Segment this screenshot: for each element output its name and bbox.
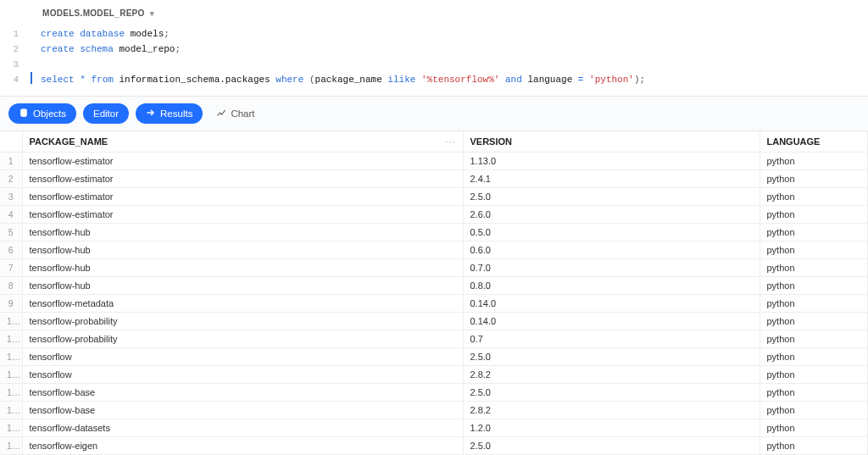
column-header-package-name[interactable]: PACKAGE_NAME ··· (22, 131, 463, 152)
results-table-wrap[interactable]: PACKAGE_NAME ··· VERSION LANGUAGE 1tenso… (0, 131, 868, 455)
row-number: 6 (0, 241, 22, 258)
row-number: 2 (0, 169, 22, 187)
cell-version: 0.14.0 (463, 312, 760, 330)
table-row[interactable]: 1tensorflow-estimator1.13.0python (0, 152, 868, 169)
column-header-version[interactable]: VERSION (463, 131, 760, 152)
table-row[interactable]: 16tensorflow-datasets1.2.0python (0, 419, 868, 436)
cell-package-name: tensorflow-estimator (22, 205, 463, 223)
row-number: 4 (0, 205, 22, 223)
table-row[interactable]: 2tensorflow-estimator2.4.1python (0, 169, 868, 187)
row-number: 5 (0, 223, 22, 241)
cell-version: 2.5.0 (463, 383, 760, 401)
table-row[interactable]: 9tensorflow-metadata0.14.0python (0, 294, 868, 312)
line-number: 1 (0, 26, 19, 42)
cell-package-name: tensorflow-eigen (22, 436, 463, 454)
cell-package-name: tensorflow-probability (22, 330, 463, 347)
cell-package-name: tensorflow-datasets (22, 419, 463, 436)
table-row[interactable]: 5tensorflow-hub0.5.0python (0, 223, 868, 241)
table-row[interactable]: 6tensorflow-hub0.6.0python (0, 241, 868, 258)
cell-package-name: tensorflow-estimator (22, 152, 463, 169)
cell-package-name: tensorflow-metadata (22, 294, 463, 312)
cell-language: python (760, 312, 868, 330)
cell-language: python (760, 205, 868, 223)
line-number: 4 (0, 72, 19, 87)
cell-package-name: tensorflow (22, 365, 463, 383)
row-number-header (0, 131, 22, 152)
cell-version: 2.6.0 (463, 205, 760, 223)
row-number: 17 (0, 436, 22, 454)
table-row[interactable]: 13tensorflow2.8.2python (0, 365, 868, 383)
cell-package-name: tensorflow-hub (22, 276, 463, 294)
row-number: 16 (0, 419, 22, 436)
row-number: 10 (0, 312, 22, 330)
row-number: 12 (0, 347, 22, 365)
chart-button[interactable]: Chart (209, 103, 261, 124)
column-label: VERSION (470, 136, 513, 147)
line-gutter: 1 2 3 4 (0, 26, 25, 87)
column-menu-icon[interactable]: ··· (445, 136, 455, 147)
cell-version: 1.2.0 (463, 419, 760, 436)
cell-version: 0.8.0 (463, 276, 760, 294)
cell-language: python (760, 152, 868, 169)
cell-version: 0.5.0 (463, 223, 760, 241)
cell-package-name: tensorflow-estimator (22, 187, 463, 205)
cell-version: 2.5.0 (463, 187, 760, 205)
cell-version: 2.5.0 (463, 436, 760, 454)
cell-language: python (760, 419, 868, 436)
cell-version: 0.7 (463, 330, 760, 347)
editor-button[interactable]: Editor (83, 103, 129, 124)
cell-version: 0.6.0 (463, 241, 760, 258)
cell-language: python (760, 187, 868, 205)
sql-editor[interactable]: 1 2 3 4 create database models; create s… (0, 25, 868, 96)
table-row[interactable]: 10tensorflow-probability0.14.0python (0, 312, 868, 330)
objects-label: Objects (33, 108, 66, 119)
table-row[interactable]: 17tensorflow-eigen2.5.0python (0, 436, 868, 454)
row-number: 7 (0, 258, 22, 276)
table-row[interactable]: 8tensorflow-hub0.8.0python (0, 276, 868, 294)
cell-version: 1.13.0 (463, 152, 760, 169)
cell-version: 2.8.2 (463, 365, 760, 383)
table-row[interactable]: 4tensorflow-estimator2.6.0python (0, 205, 868, 223)
results-label: Results (160, 108, 192, 119)
cell-package-name: tensorflow-hub (22, 223, 463, 241)
table-row[interactable]: 3tensorflow-estimator2.5.0python (0, 187, 868, 205)
row-number: 3 (0, 187, 22, 205)
table-row[interactable]: 15tensorflow-base2.8.2python (0, 401, 868, 419)
chevron-down-icon: ▾ (150, 9, 154, 18)
cell-language: python (760, 383, 868, 401)
table-row[interactable]: 14tensorflow-base2.5.0python (0, 383, 868, 401)
row-number: 9 (0, 294, 22, 312)
cell-language: python (760, 223, 868, 241)
editor-label: Editor (93, 108, 119, 119)
cell-package-name: tensorflow (22, 347, 463, 365)
row-number: 15 (0, 401, 22, 419)
row-number: 11 (0, 330, 22, 347)
row-number: 1 (0, 152, 22, 169)
table-row[interactable]: 7tensorflow-hub0.7.0python (0, 258, 868, 276)
results-button[interactable]: Results (136, 103, 203, 124)
cell-language: python (760, 365, 868, 383)
line-number: 3 (0, 57, 19, 72)
cell-version: 2.8.2 (463, 401, 760, 419)
return-arrow-icon (146, 108, 156, 119)
cell-package-name: tensorflow-hub (22, 258, 463, 276)
row-number: 8 (0, 276, 22, 294)
cell-language: python (760, 347, 868, 365)
cell-language: python (760, 294, 868, 312)
cell-language: python (760, 258, 868, 276)
objects-button[interactable]: Objects (8, 103, 76, 124)
column-label: LANGUAGE (767, 136, 821, 147)
cell-package-name: tensorflow-estimator (22, 169, 463, 187)
breadcrumb[interactable]: MODELS.MODEL_REPO ▾ (0, 0, 868, 25)
cursor-indicator (31, 72, 32, 84)
cell-version: 0.7.0 (463, 258, 760, 276)
code-lines[interactable]: create database models; create schema mo… (25, 26, 645, 87)
table-row[interactable]: 12tensorflow2.5.0python (0, 347, 868, 365)
cell-package-name: tensorflow-base (22, 383, 463, 401)
cell-language: python (760, 169, 868, 187)
breadcrumb-path: MODELS.MODEL_REPO (42, 8, 145, 18)
column-header-language[interactable]: LANGUAGE (760, 131, 868, 152)
cell-language: python (760, 330, 868, 347)
cell-package-name: tensorflow-base (22, 401, 463, 419)
table-row[interactable]: 11tensorflow-probability0.7python (0, 330, 868, 347)
